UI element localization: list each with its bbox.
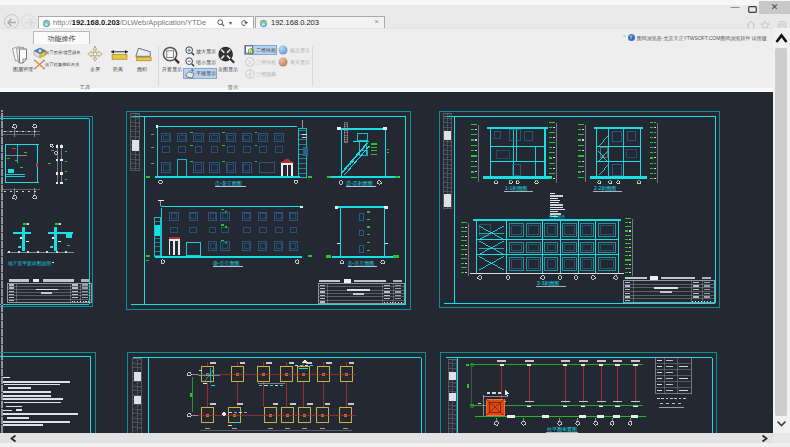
svg-text:地下室平面详图说明: 地下室平面详图说明 <box>7 260 51 267</box>
svg-text:e: e <box>262 19 266 26</box>
svg-text:屋面做法: 屋面做法 <box>549 214 565 219</box>
svg-text:3-3剥面图: 3-3剥面图 <box>537 280 559 287</box>
svg-text:1-1剥面图: 1-1剥面图 <box>505 185 527 192</box>
svg-text:柱平面布置图: 柱平面布置图 <box>547 426 577 433</box>
svg-text:e: e <box>45 19 49 26</box>
svg-text:2-2剥面图: 2-2剥面图 <box>594 185 616 192</box>
